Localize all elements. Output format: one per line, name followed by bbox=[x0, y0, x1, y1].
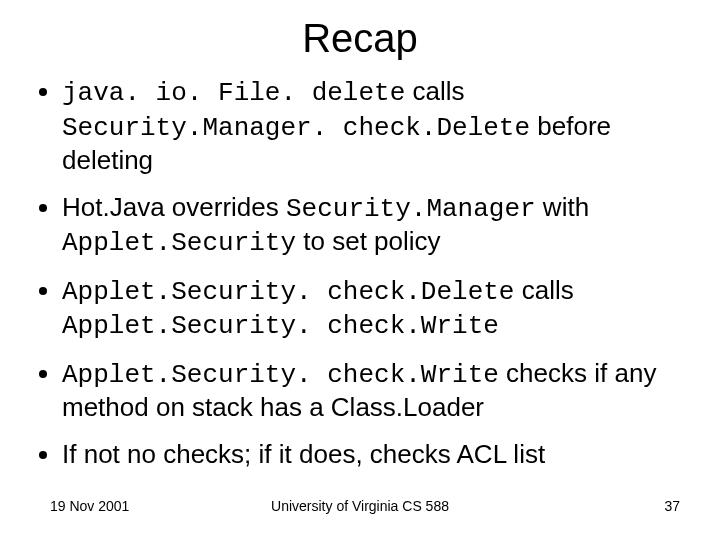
bullet-4: Applet.Security. check.Write checks if a… bbox=[62, 357, 690, 424]
code: Security.Manager bbox=[286, 194, 536, 224]
bullet-2: Hot.Java overrides Security.Manager with… bbox=[62, 191, 690, 260]
bullet-list: java. io. File. delete calls Security.Ma… bbox=[40, 75, 690, 470]
footer: 19 Nov 2001 University of Virginia CS 58… bbox=[0, 498, 720, 514]
bullet-1: java. io. File. delete calls Security.Ma… bbox=[62, 75, 690, 177]
text: Hot.Java overrides bbox=[62, 192, 286, 222]
text: to set policy bbox=[296, 226, 441, 256]
code: Applet.Security. check.Write bbox=[62, 360, 499, 390]
code: Applet.Security bbox=[62, 228, 296, 258]
slide: Recap java. io. File. delete calls Secur… bbox=[0, 0, 720, 540]
code: java. io. File. delete bbox=[62, 78, 405, 108]
text: calls bbox=[405, 76, 464, 106]
code: Applet.Security. check.Write bbox=[62, 311, 499, 341]
slide-title: Recap bbox=[30, 16, 690, 61]
bullet-5: If not no checks; if it does, checks ACL… bbox=[62, 438, 690, 471]
footer-page: 37 bbox=[664, 498, 680, 514]
text: calls bbox=[514, 275, 573, 305]
footer-date: 19 Nov 2001 bbox=[50, 498, 129, 514]
bullet-3: Applet.Security. check.Delete calls Appl… bbox=[62, 274, 690, 343]
text: with bbox=[536, 192, 589, 222]
code: Security.Manager. check.Delete bbox=[62, 113, 530, 143]
text: If not no checks; if it does, checks ACL… bbox=[62, 439, 545, 469]
code: Applet.Security. check.Delete bbox=[62, 277, 514, 307]
